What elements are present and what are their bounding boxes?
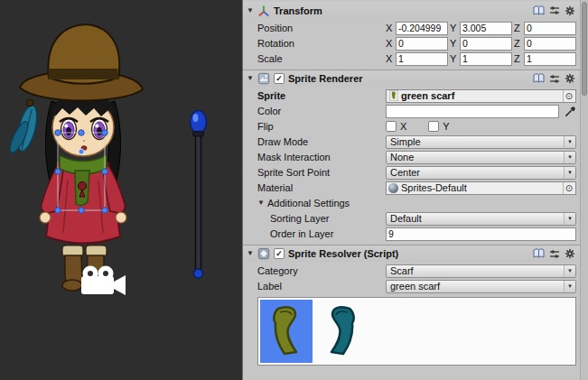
sorting-layer-row: Sorting Layer Default ▾ <box>243 211 588 226</box>
category-dropdown[interactable]: Scarf ▾ <box>386 264 576 278</box>
sprite-renderer-icon <box>257 71 271 86</box>
scale-row: Scale X Y Z <box>243 51 588 66</box>
color-label: Color <box>257 106 386 116</box>
gear-icon[interactable] <box>565 248 575 259</box>
mask-interaction-value: None <box>390 152 564 162</box>
axis-y-label: Y <box>450 53 458 64</box>
sprite-resolver-header[interactable]: ▼ ✓ Sprite Resolver (Script) <box>243 245 588 262</box>
flip-y-checkbox[interactable] <box>428 121 439 132</box>
transform-icon <box>257 4 271 18</box>
sprite-resolver-enabled-checkbox[interactable]: ✓ <box>274 248 285 259</box>
object-picker-icon[interactable]: ⊙ <box>563 182 574 194</box>
gear-icon[interactable] <box>565 5 575 16</box>
flip-label: Flip <box>257 121 386 132</box>
sprite-object-field[interactable]: green scarf ⊙ <box>386 89 576 103</box>
gear-icon[interactable] <box>565 73 575 84</box>
draw-mode-value: Simple <box>390 136 564 147</box>
check-icon: ✓ <box>275 75 283 83</box>
rotation-z-field[interactable] <box>524 37 576 51</box>
material-sphere-icon <box>388 183 398 193</box>
chevron-down-icon: ▾ <box>564 136 575 148</box>
sprite-row: Sprite green scarf ⊙ <box>243 88 588 103</box>
presets-icon[interactable] <box>549 5 560 15</box>
chevron-down-icon: ▾ <box>564 265 575 277</box>
help-icon[interactable] <box>533 5 545 16</box>
order-in-layer-row: Order in Layer <box>243 227 588 241</box>
object-picker-icon[interactable]: ⊙ <box>563 90 574 102</box>
sprite-renderer-header[interactable]: ▼ ✓ Sprite Renderer <box>243 70 588 87</box>
label-dropdown[interactable]: green scarf ▾ <box>386 280 576 293</box>
sprite-sort-point-label: Sprite Sort Point <box>257 167 386 178</box>
eyedropper-icon[interactable] <box>564 105 576 117</box>
position-y-field[interactable] <box>460 22 512 35</box>
presets-icon[interactable] <box>549 74 560 84</box>
scrollbar-thumb[interactable] <box>582 2 587 96</box>
help-icon[interactable] <box>533 248 545 259</box>
color-swatch[interactable] <box>386 105 559 118</box>
unity-editor-window: ▼ Transform Position X Y Z Rotat <box>0 0 588 380</box>
position-label: Position <box>257 23 386 33</box>
axis-x-label: X <box>386 23 394 33</box>
scale-z-field[interactable] <box>524 52 576 66</box>
chevron-down-icon: ▾ <box>564 281 575 292</box>
sprite-renderer-enabled-checkbox[interactable]: ✓ <box>274 73 285 84</box>
scene-canvas <box>0 0 242 380</box>
axis-z-label: Z <box>514 38 522 49</box>
material-row: Material Sprites-Default ⊙ <box>243 181 588 195</box>
inspector-panel: ▼ Transform Position X Y Z Rotat <box>242 0 588 380</box>
mask-interaction-dropdown[interactable]: None ▾ <box>386 151 576 164</box>
mask-interaction-row: Mask Interaction None ▾ <box>243 150 588 164</box>
foldout-open-icon[interactable]: ▼ <box>247 75 257 82</box>
axis-z-label: Z <box>514 53 522 64</box>
sprite-label: Sprite <box>257 90 386 101</box>
rotation-y-field[interactable] <box>460 37 512 51</box>
inspector-scrollbar[interactable] <box>580 0 588 380</box>
flip-y-label: Y <box>443 121 449 132</box>
sprite-variant-green-scarf[interactable] <box>260 300 313 363</box>
scale-label: Scale <box>257 53 386 64</box>
sprite-resolver-title: Sprite Resolver (Script) <box>288 248 398 259</box>
order-in-layer-label: Order in Layer <box>257 228 386 239</box>
label-label: Label <box>257 281 386 292</box>
sprite-variant-grid <box>257 297 576 366</box>
sprite-value: green scarf <box>401 90 560 101</box>
foldout-open-icon[interactable]: ▼ <box>257 199 267 207</box>
draw-mode-label: Draw Mode <box>257 136 386 147</box>
axis-y-label: Y <box>450 38 458 49</box>
position-row: Position X Y Z <box>243 21 588 35</box>
draw-mode-dropdown[interactable]: Simple ▾ <box>386 135 576 149</box>
foldout-open-icon[interactable]: ▼ <box>247 250 257 257</box>
flip-x-label: X <box>400 121 406 132</box>
help-icon[interactable] <box>533 73 545 84</box>
label-row: Label green scarf ▾ <box>243 279 588 293</box>
category-label: Category <box>257 265 386 276</box>
sorting-layer-dropdown[interactable]: Default ▾ <box>386 212 576 226</box>
material-label: Material <box>257 182 386 193</box>
rotation-row: Rotation X Y Z <box>243 36 588 51</box>
sprite-resolver-icon <box>257 246 271 261</box>
axis-x-label: X <box>386 38 394 49</box>
foldout-open-icon[interactable]: ▼ <box>247 7 257 14</box>
scene-view[interactable] <box>0 0 242 380</box>
green-scarf-thumbnail <box>266 305 307 357</box>
sprite-sort-point-dropdown[interactable]: Center ▾ <box>386 166 576 180</box>
rotation-x-field[interactable] <box>396 37 448 51</box>
flip-x-checkbox[interactable] <box>386 121 397 132</box>
category-row: Category Scarf ▾ <box>243 264 588 278</box>
position-x-field[interactable] <box>396 22 448 35</box>
label-value: green scarf <box>390 281 564 292</box>
material-object-field[interactable]: Sprites-Default ⊙ <box>386 181 576 195</box>
sprite-renderer-title: Sprite Renderer <box>288 73 363 84</box>
color-row: Color <box>243 104 588 118</box>
additional-settings-label: Additional Settings <box>267 198 350 209</box>
scale-x-field[interactable] <box>396 52 448 66</box>
scale-y-field[interactable] <box>460 52 512 66</box>
transform-header[interactable]: ▼ Transform <box>243 2 588 19</box>
sprite-variant-teal-scarf[interactable] <box>315 300 368 363</box>
order-in-layer-field[interactable] <box>386 227 576 241</box>
draw-mode-row: Draw Mode Simple ▾ <box>243 134 588 149</box>
axis-z-label: Z <box>514 23 522 33</box>
additional-settings-row[interactable]: ▼ Additional Settings <box>243 196 588 210</box>
position-z-field[interactable] <box>524 22 576 35</box>
presets-icon[interactable] <box>549 249 560 259</box>
